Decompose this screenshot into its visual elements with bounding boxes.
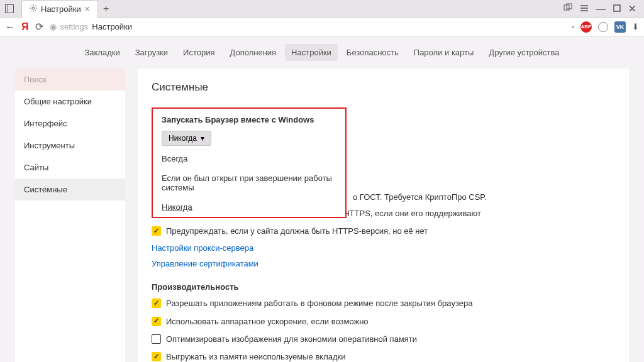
tab-title: Настройки — [41, 4, 81, 14]
reload-button[interactable]: ⟳ — [35, 21, 43, 33]
dropdown-option-always[interactable]: Всегда — [153, 149, 345, 168]
back-button[interactable]: ← — [5, 21, 15, 33]
launch-heading: Запускать Браузер вместе с Windows — [162, 115, 336, 124]
sidebar-item-tools[interactable]: Инструменты — [15, 134, 125, 156]
vk-icon[interactable]: VK — [614, 21, 626, 33]
address-bar: ← Я ⟳ ◉ settings Настройки ▪ ABP VK ⬇ — [0, 18, 644, 36]
svg-line-8 — [35, 9, 36, 10]
topnav-downloads[interactable]: Загрузки — [129, 44, 174, 61]
settings-content: Системные Запускать Браузер вместе с Win… — [138, 69, 629, 362]
checkbox-icon[interactable] — [152, 334, 161, 344]
sidebar-item-sites[interactable]: Сайты — [15, 156, 125, 178]
checkbox-icon[interactable] — [152, 352, 161, 361]
gear-icon — [30, 4, 37, 14]
bookmark-icon[interactable]: ▪ — [571, 22, 574, 31]
svg-line-7 — [31, 5, 31, 6]
menu-icon[interactable] — [580, 3, 589, 14]
row-label: Использовать аппаратное ускорение, если … — [166, 316, 369, 327]
dropdown-option-never[interactable]: Никогда — [153, 197, 345, 217]
topnav-history[interactable]: История — [177, 44, 221, 61]
sidebar-item-general[interactable]: Общие настройки — [15, 90, 125, 112]
launch-dropdown-menu: Всегда Если он был открыт при завершении… — [152, 149, 347, 218]
row-label: Выгружать из памяти неиспользуемые вклад… — [166, 351, 346, 362]
perf-heading: Производительность — [152, 282, 615, 292]
settings-topnav: Закладки Загрузки История Дополнения Нас… — [0, 36, 644, 69]
perf-row-unload-tabs[interactable]: Выгружать из памяти неиспользуемые вклад… — [152, 351, 615, 362]
browser-tab[interactable]: Настройки × — [21, 0, 98, 18]
row-label: Разрешать приложениям работать в фоновом… — [166, 298, 472, 309]
svg-rect-0 — [6, 4, 14, 13]
new-tab-button[interactable]: + — [103, 3, 109, 14]
perf-row-hwaccel[interactable]: Использовать аппаратное ускорение, если … — [152, 316, 615, 327]
panel-toggle-icon[interactable] — [0, 4, 19, 13]
url-path-1: settings — [60, 22, 89, 31]
topnav-passwords[interactable]: Пароли и карты — [408, 44, 480, 61]
row-label: Предупреждать, если у сайта должна быть … — [166, 226, 428, 237]
chevron-down-icon: ▾ — [201, 134, 204, 143]
topnav-addons[interactable]: Дополнения — [223, 44, 282, 61]
close-icon[interactable]: ✕ — [628, 3, 636, 14]
perf-row-optimize-img[interactable]: Оптимизировать изображения для экономии … — [152, 334, 615, 345]
launch-with-windows-block: Запускать Браузер вместе с Windows Никог… — [152, 107, 347, 204]
svg-point-2 — [32, 7, 35, 9]
row-label: Оптимизировать изображения для экономии … — [166, 334, 417, 345]
sidebar-item-interface[interactable]: Интерфейс — [15, 112, 125, 134]
copy-icon[interactable] — [564, 3, 572, 14]
launch-dropdown[interactable]: Никогда ▾ — [162, 131, 211, 146]
checkbox-icon[interactable] — [152, 299, 161, 308]
checkbox-icon[interactable] — [152, 317, 161, 326]
globe-icon[interactable] — [598, 22, 608, 32]
address-field[interactable]: ◉ settings Настройки — [50, 22, 133, 31]
download-icon[interactable]: ⬇ — [632, 22, 639, 31]
svg-line-9 — [31, 9, 31, 10]
settings-sidebar: Поиск Общие настройки Интерфейс Инструме… — [15, 69, 125, 362]
gost-text: о ГОСТ. Требуется КриптоПро CSP. — [353, 192, 615, 202]
url-path-2: Настройки — [92, 22, 132, 31]
svg-line-10 — [35, 5, 36, 6]
topnav-security[interactable]: Безопасность — [340, 44, 405, 61]
topnav-devices[interactable]: Другие устройства — [482, 44, 565, 61]
cert-link[interactable]: Управление сертификатами — [152, 259, 615, 268]
checkbox-icon[interactable] — [152, 226, 161, 236]
svg-rect-16 — [614, 5, 620, 11]
dropdown-option-ifopen[interactable]: Если он был открыт при завершении работы… — [153, 168, 345, 197]
perf-row-background[interactable]: Разрешать приложениям работать в фоновом… — [152, 298, 615, 309]
tab-close-icon[interactable]: × — [85, 4, 90, 14]
yandex-icon[interactable]: Я — [21, 21, 29, 33]
proxy-link[interactable]: Настройки прокси-сервера — [152, 243, 615, 253]
secure-icon: ◉ — [50, 22, 57, 31]
topnav-bookmarks[interactable]: Закладки — [78, 44, 126, 61]
https-warn-row[interactable]: Предупреждать, если у сайта должна быть … — [152, 226, 615, 237]
titlebar: Настройки × + — ✕ — [0, 0, 644, 18]
window-controls: — ✕ — [564, 3, 644, 14]
sidebar-item-system[interactable]: Системные — [15, 178, 125, 200]
maximize-icon[interactable] — [613, 3, 621, 14]
minimize-icon[interactable]: — — [596, 3, 606, 14]
sidebar-search[interactable]: Поиск — [15, 69, 125, 90]
dropdown-selected: Никогда — [169, 134, 197, 143]
page-heading: Системные — [152, 81, 615, 94]
abp-icon[interactable]: ABP — [580, 21, 592, 33]
topnav-settings[interactable]: Настройки — [285, 44, 338, 61]
